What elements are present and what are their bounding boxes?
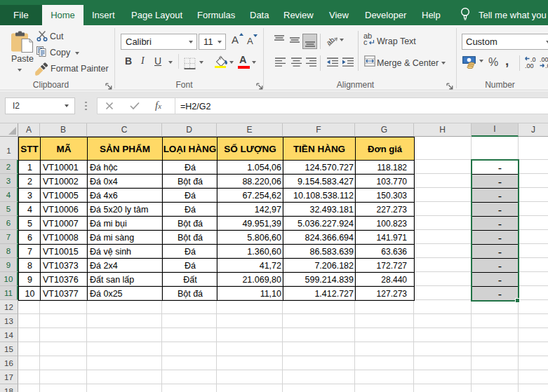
svg-text:ab: ab xyxy=(326,36,336,47)
svg-text:.0: .0 xyxy=(545,62,548,69)
svg-text:.00: .00 xyxy=(525,62,534,69)
svg-text:c: c xyxy=(363,38,368,46)
